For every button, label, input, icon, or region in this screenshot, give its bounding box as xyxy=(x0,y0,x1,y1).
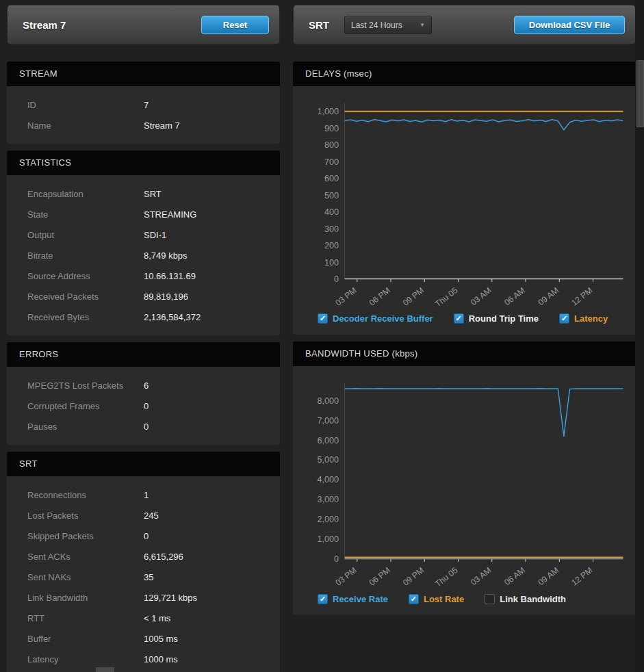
stat-label: Corrupted Frames xyxy=(7,401,144,411)
svg-text:0: 0 xyxy=(334,554,339,564)
svg-text:800: 800 xyxy=(324,140,339,150)
stat-value: 6 xyxy=(144,380,149,391)
stat-value: 129,721 kbps xyxy=(144,593,197,603)
delays-chart-body: 01002003004005006007008009001,00003 PM06… xyxy=(293,86,636,335)
svg-text:06 AM: 06 AM xyxy=(502,285,527,307)
stream-title: Stream 7 xyxy=(23,19,66,31)
time-range-dropdown[interactable]: Last 24 Hours ▼ xyxy=(344,16,432,34)
stat-row-link-bandwidth: Link Bandwidth129,721 kbps xyxy=(7,587,280,608)
lost-rate-checkbox[interactable]: ✓ xyxy=(409,594,419,604)
svg-text:12 PM: 12 PM xyxy=(569,565,594,588)
stat-label: Link Bandwidth xyxy=(7,593,144,603)
stat-label: ID xyxy=(7,100,144,110)
legend-item-decoder-receive-buffer: ✓Decoder Receive Buffer xyxy=(318,313,433,324)
stat-row-latency: Latency1000 ms xyxy=(7,649,280,669)
stat-value: SDI-1 xyxy=(144,230,166,240)
stat-label: Skipped Packets xyxy=(7,531,144,541)
svg-text:09 AM: 09 AM xyxy=(536,285,561,307)
stat-label: Source Address xyxy=(7,271,144,281)
svg-text:4,000: 4,000 xyxy=(317,476,339,485)
stat-label: MPEG2TS Lost Packets xyxy=(7,380,144,391)
stream-panel: Stream 7 Reset STREAMID7NameStream 7STAT… xyxy=(7,5,280,672)
svg-text:1,000: 1,000 xyxy=(317,534,339,544)
receive-rate-checkbox[interactable]: ✓ xyxy=(318,594,328,604)
svg-text:06 PM: 06 PM xyxy=(368,285,392,308)
stat-row-output: OutputSDI-1 xyxy=(7,224,280,245)
stat-label: Reconnections xyxy=(7,490,144,500)
link-bandwidth-checkbox[interactable]: ✓ xyxy=(485,594,495,604)
stat-value: 1005 ms xyxy=(144,634,178,644)
stat-row-lost-packets: Lost Packets245 xyxy=(7,505,280,526)
stat-label: Output xyxy=(7,230,144,240)
receive-rate-label: Receive Rate xyxy=(333,594,388,604)
vertical-scrollbar-thumb[interactable] xyxy=(636,60,644,127)
stat-row-mpeg2ts-lost-packets: MPEG2TS Lost Packets6 xyxy=(7,375,280,396)
stream-header-bar: Stream 7 Reset xyxy=(7,5,280,44)
stat-value: 245 xyxy=(144,511,159,521)
stat-value: 7 xyxy=(144,100,149,110)
stream-sections: STREAMID7NameStream 7STATISTICSEncapsula… xyxy=(7,62,280,672)
vertical-scrollbar[interactable] xyxy=(635,0,644,672)
section-body: MPEG2TS Lost Packets6Corrupted Frames0Pa… xyxy=(7,367,280,445)
srt-header-bar: SRT Last 24 Hours ▼ Download CSV File xyxy=(293,5,636,44)
stat-row-name: NameStream 7 xyxy=(7,115,280,135)
stat-value: 1000 ms xyxy=(144,654,178,664)
stat-row-received-bytes: Received Bytes2,136,584,372 xyxy=(7,307,280,327)
stat-label: Name xyxy=(7,120,144,131)
stat-value: 0 xyxy=(144,531,149,541)
section-stream: STREAMID7NameStream 7 xyxy=(7,62,280,144)
horizontal-scrollbar-thumb[interactable] xyxy=(96,667,114,672)
time-range-value: Last 24 Hours xyxy=(351,21,402,30)
stat-label: Received Bytes xyxy=(7,312,144,322)
round-trip-time-label: Round Trip Time xyxy=(469,313,539,324)
delays-section-title: DELAYS (msec) xyxy=(293,62,636,86)
lost-rate-label: Lost Rate xyxy=(424,594,464,604)
section-body: EncapsulationSRTStateSTREAMINGOutputSDI-… xyxy=(7,175,280,335)
delays-legend: ✓Decoder Receive Buffer✓Round Trip Time✓… xyxy=(298,312,630,332)
download-csv-button[interactable]: Download CSV File xyxy=(514,16,625,34)
stat-label: Bitrate xyxy=(7,250,144,261)
stat-row-buffer: Buffer1005 ms xyxy=(7,628,280,649)
stat-value: 35 xyxy=(144,572,153,582)
stat-label: Lost Packets xyxy=(7,511,144,521)
stat-label: RTT xyxy=(7,613,144,623)
stat-value: 10.66.131.69 xyxy=(144,271,196,281)
svg-text:09 AM: 09 AM xyxy=(536,565,561,587)
svg-text:700: 700 xyxy=(324,157,339,167)
bandwidth-chart: 01,0002,0003,0004,0005,0006,0007,0008,00… xyxy=(298,376,630,592)
stat-value: SRT xyxy=(144,189,162,199)
latency-checkbox[interactable]: ✓ xyxy=(559,313,569,324)
svg-text:3,000: 3,000 xyxy=(317,495,339,505)
svg-text:7,000: 7,000 xyxy=(317,416,339,426)
svg-text:100: 100 xyxy=(324,258,339,268)
reset-button[interactable]: Reset xyxy=(201,16,269,34)
stat-row-state: StateSTREAMING xyxy=(7,204,280,224)
delays-section: DELAYS (msec) 01002003004005006007008009… xyxy=(293,62,636,335)
latency-label: Latency xyxy=(574,313,608,324)
section-statistics: STATISTICSEncapsulationSRTStateSTREAMING… xyxy=(7,151,280,335)
stat-row-bitrate: Bitrate8,749 kbps xyxy=(7,245,280,266)
svg-text:2,000: 2,000 xyxy=(317,515,339,525)
svg-text:900: 900 xyxy=(324,124,339,133)
legend-item-latency: ✓Latency xyxy=(559,313,608,324)
svg-text:400: 400 xyxy=(324,207,339,217)
stat-row-corrupted-frames: Corrupted Frames0 xyxy=(7,396,280,416)
svg-text:200: 200 xyxy=(324,241,339,250)
stat-value: 89,819,196 xyxy=(144,292,188,302)
decoder-receive-buffer-checkbox[interactable]: ✓ xyxy=(318,313,328,324)
stat-label: Sent NAKs xyxy=(7,572,144,582)
decoder-receive-buffer-line xyxy=(344,120,623,130)
svg-text:300: 300 xyxy=(324,224,339,234)
svg-text:600: 600 xyxy=(324,174,339,183)
bandwidth-legend: ✓Receive Rate✓Lost Rate✓Link Bandwidth xyxy=(298,593,630,612)
svg-text:5,000: 5,000 xyxy=(317,456,339,465)
stat-row-skipped-packets: Skipped Packets0 xyxy=(7,526,280,546)
link-bandwidth-label: Link Bandwidth xyxy=(500,594,566,604)
stat-label: Pauses xyxy=(7,422,144,432)
stat-label: Received Packets xyxy=(7,292,144,302)
decoder-receive-buffer-label: Decoder Receive Buffer xyxy=(333,313,433,324)
stat-row-sent-naks: Sent NAKs35 xyxy=(7,567,280,587)
round-trip-time-checkbox[interactable]: ✓ xyxy=(454,313,464,324)
svg-text:03 AM: 03 AM xyxy=(469,565,493,587)
stat-label: Buffer xyxy=(7,634,144,644)
